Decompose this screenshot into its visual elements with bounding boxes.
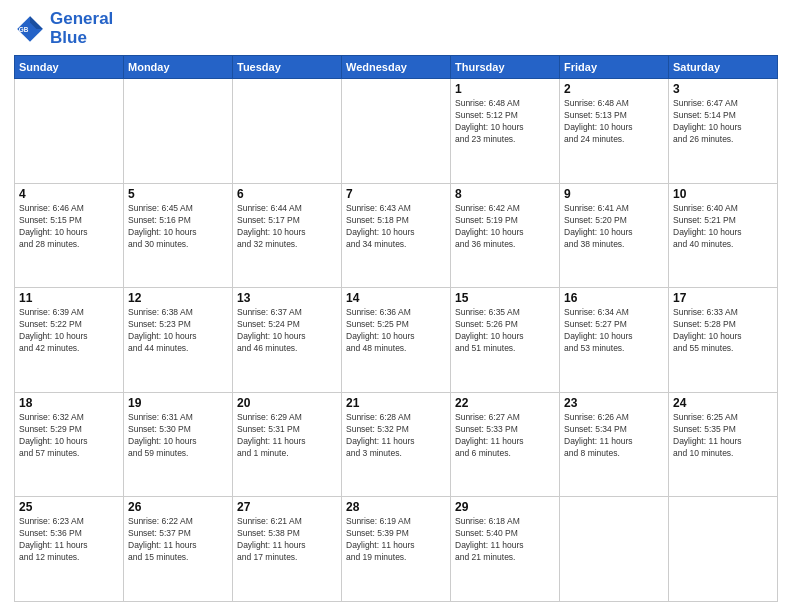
day-info: Sunrise: 6:39 AM Sunset: 5:22 PM Dayligh… bbox=[19, 307, 119, 355]
day-info: Sunrise: 6:32 AM Sunset: 5:29 PM Dayligh… bbox=[19, 412, 119, 460]
calendar-cell: 11Sunrise: 6:39 AM Sunset: 5:22 PM Dayli… bbox=[15, 288, 124, 393]
day-info: Sunrise: 6:29 AM Sunset: 5:31 PM Dayligh… bbox=[237, 412, 337, 460]
day-info: Sunrise: 6:22 AM Sunset: 5:37 PM Dayligh… bbox=[128, 516, 228, 564]
day-number: 5 bbox=[128, 187, 228, 201]
day-info: Sunrise: 6:41 AM Sunset: 5:20 PM Dayligh… bbox=[564, 203, 664, 251]
day-info: Sunrise: 6:21 AM Sunset: 5:38 PM Dayligh… bbox=[237, 516, 337, 564]
calendar-cell: 15Sunrise: 6:35 AM Sunset: 5:26 PM Dayli… bbox=[451, 288, 560, 393]
day-info: Sunrise: 6:23 AM Sunset: 5:36 PM Dayligh… bbox=[19, 516, 119, 564]
day-info: Sunrise: 6:46 AM Sunset: 5:15 PM Dayligh… bbox=[19, 203, 119, 251]
day-number: 8 bbox=[455, 187, 555, 201]
calendar-cell: 1Sunrise: 6:48 AM Sunset: 5:12 PM Daylig… bbox=[451, 79, 560, 184]
calendar-cell: 8Sunrise: 6:42 AM Sunset: 5:19 PM Daylig… bbox=[451, 183, 560, 288]
calendar-cell: 13Sunrise: 6:37 AM Sunset: 5:24 PM Dayli… bbox=[233, 288, 342, 393]
day-number: 4 bbox=[19, 187, 119, 201]
day-number: 18 bbox=[19, 396, 119, 410]
day-number: 19 bbox=[128, 396, 228, 410]
day-info: Sunrise: 6:27 AM Sunset: 5:33 PM Dayligh… bbox=[455, 412, 555, 460]
day-info: Sunrise: 6:44 AM Sunset: 5:17 PM Dayligh… bbox=[237, 203, 337, 251]
day-info: Sunrise: 6:42 AM Sunset: 5:19 PM Dayligh… bbox=[455, 203, 555, 251]
day-number: 29 bbox=[455, 500, 555, 514]
calendar-cell: 14Sunrise: 6:36 AM Sunset: 5:25 PM Dayli… bbox=[342, 288, 451, 393]
day-of-week-header: Sunday bbox=[15, 56, 124, 79]
day-number: 1 bbox=[455, 82, 555, 96]
day-number: 22 bbox=[455, 396, 555, 410]
calendar-cell: 25Sunrise: 6:23 AM Sunset: 5:36 PM Dayli… bbox=[15, 497, 124, 602]
day-number: 28 bbox=[346, 500, 446, 514]
day-number: 26 bbox=[128, 500, 228, 514]
day-info: Sunrise: 6:37 AM Sunset: 5:24 PM Dayligh… bbox=[237, 307, 337, 355]
day-number: 13 bbox=[237, 291, 337, 305]
day-number: 6 bbox=[237, 187, 337, 201]
day-info: Sunrise: 6:35 AM Sunset: 5:26 PM Dayligh… bbox=[455, 307, 555, 355]
calendar-cell: 28Sunrise: 6:19 AM Sunset: 5:39 PM Dayli… bbox=[342, 497, 451, 602]
day-info: Sunrise: 6:40 AM Sunset: 5:21 PM Dayligh… bbox=[673, 203, 773, 251]
calendar-cell: 29Sunrise: 6:18 AM Sunset: 5:40 PM Dayli… bbox=[451, 497, 560, 602]
calendar-cell: 3Sunrise: 6:47 AM Sunset: 5:14 PM Daylig… bbox=[669, 79, 778, 184]
day-of-week-header: Saturday bbox=[669, 56, 778, 79]
calendar-cell: 24Sunrise: 6:25 AM Sunset: 5:35 PM Dayli… bbox=[669, 392, 778, 497]
calendar-cell: 27Sunrise: 6:21 AM Sunset: 5:38 PM Dayli… bbox=[233, 497, 342, 602]
day-info: Sunrise: 6:47 AM Sunset: 5:14 PM Dayligh… bbox=[673, 98, 773, 146]
day-info: Sunrise: 6:19 AM Sunset: 5:39 PM Dayligh… bbox=[346, 516, 446, 564]
day-info: Sunrise: 6:48 AM Sunset: 5:12 PM Dayligh… bbox=[455, 98, 555, 146]
calendar: SundayMondayTuesdayWednesdayThursdayFrid… bbox=[14, 55, 778, 602]
logo: GB General Blue bbox=[14, 10, 113, 47]
header: GB General Blue bbox=[14, 10, 778, 47]
day-info: Sunrise: 6:25 AM Sunset: 5:35 PM Dayligh… bbox=[673, 412, 773, 460]
logo-icon: GB bbox=[14, 13, 46, 45]
day-info: Sunrise: 6:28 AM Sunset: 5:32 PM Dayligh… bbox=[346, 412, 446, 460]
day-number: 15 bbox=[455, 291, 555, 305]
calendar-cell: 23Sunrise: 6:26 AM Sunset: 5:34 PM Dayli… bbox=[560, 392, 669, 497]
calendar-cell bbox=[15, 79, 124, 184]
day-info: Sunrise: 6:33 AM Sunset: 5:28 PM Dayligh… bbox=[673, 307, 773, 355]
calendar-cell bbox=[669, 497, 778, 602]
calendar-cell: 6Sunrise: 6:44 AM Sunset: 5:17 PM Daylig… bbox=[233, 183, 342, 288]
calendar-cell: 2Sunrise: 6:48 AM Sunset: 5:13 PM Daylig… bbox=[560, 79, 669, 184]
calendar-cell bbox=[560, 497, 669, 602]
calendar-cell: 26Sunrise: 6:22 AM Sunset: 5:37 PM Dayli… bbox=[124, 497, 233, 602]
day-number: 14 bbox=[346, 291, 446, 305]
day-of-week-header: Monday bbox=[124, 56, 233, 79]
calendar-cell: 10Sunrise: 6:40 AM Sunset: 5:21 PM Dayli… bbox=[669, 183, 778, 288]
calendar-cell: 19Sunrise: 6:31 AM Sunset: 5:30 PM Dayli… bbox=[124, 392, 233, 497]
day-number: 23 bbox=[564, 396, 664, 410]
day-of-week-header: Thursday bbox=[451, 56, 560, 79]
day-info: Sunrise: 6:43 AM Sunset: 5:18 PM Dayligh… bbox=[346, 203, 446, 251]
day-number: 2 bbox=[564, 82, 664, 96]
day-number: 12 bbox=[128, 291, 228, 305]
day-number: 7 bbox=[346, 187, 446, 201]
day-number: 24 bbox=[673, 396, 773, 410]
day-number: 10 bbox=[673, 187, 773, 201]
day-of-week-header: Wednesday bbox=[342, 56, 451, 79]
day-number: 20 bbox=[237, 396, 337, 410]
calendar-cell: 9Sunrise: 6:41 AM Sunset: 5:20 PM Daylig… bbox=[560, 183, 669, 288]
day-info: Sunrise: 6:45 AM Sunset: 5:16 PM Dayligh… bbox=[128, 203, 228, 251]
day-of-week-header: Friday bbox=[560, 56, 669, 79]
day-number: 17 bbox=[673, 291, 773, 305]
calendar-cell: 5Sunrise: 6:45 AM Sunset: 5:16 PM Daylig… bbox=[124, 183, 233, 288]
day-info: Sunrise: 6:48 AM Sunset: 5:13 PM Dayligh… bbox=[564, 98, 664, 146]
day-number: 16 bbox=[564, 291, 664, 305]
day-of-week-header: Tuesday bbox=[233, 56, 342, 79]
day-number: 9 bbox=[564, 187, 664, 201]
calendar-cell: 16Sunrise: 6:34 AM Sunset: 5:27 PM Dayli… bbox=[560, 288, 669, 393]
day-number: 3 bbox=[673, 82, 773, 96]
day-number: 11 bbox=[19, 291, 119, 305]
calendar-cell: 20Sunrise: 6:29 AM Sunset: 5:31 PM Dayli… bbox=[233, 392, 342, 497]
day-info: Sunrise: 6:26 AM Sunset: 5:34 PM Dayligh… bbox=[564, 412, 664, 460]
calendar-cell: 4Sunrise: 6:46 AM Sunset: 5:15 PM Daylig… bbox=[15, 183, 124, 288]
calendar-cell: 12Sunrise: 6:38 AM Sunset: 5:23 PM Dayli… bbox=[124, 288, 233, 393]
day-info: Sunrise: 6:18 AM Sunset: 5:40 PM Dayligh… bbox=[455, 516, 555, 564]
calendar-cell: 17Sunrise: 6:33 AM Sunset: 5:28 PM Dayli… bbox=[669, 288, 778, 393]
calendar-cell: 22Sunrise: 6:27 AM Sunset: 5:33 PM Dayli… bbox=[451, 392, 560, 497]
day-info: Sunrise: 6:34 AM Sunset: 5:27 PM Dayligh… bbox=[564, 307, 664, 355]
calendar-cell bbox=[233, 79, 342, 184]
calendar-cell bbox=[124, 79, 233, 184]
calendar-cell bbox=[342, 79, 451, 184]
calendar-cell: 21Sunrise: 6:28 AM Sunset: 5:32 PM Dayli… bbox=[342, 392, 451, 497]
calendar-cell: 18Sunrise: 6:32 AM Sunset: 5:29 PM Dayli… bbox=[15, 392, 124, 497]
day-number: 25 bbox=[19, 500, 119, 514]
day-info: Sunrise: 6:38 AM Sunset: 5:23 PM Dayligh… bbox=[128, 307, 228, 355]
logo-text: General Blue bbox=[50, 10, 113, 47]
